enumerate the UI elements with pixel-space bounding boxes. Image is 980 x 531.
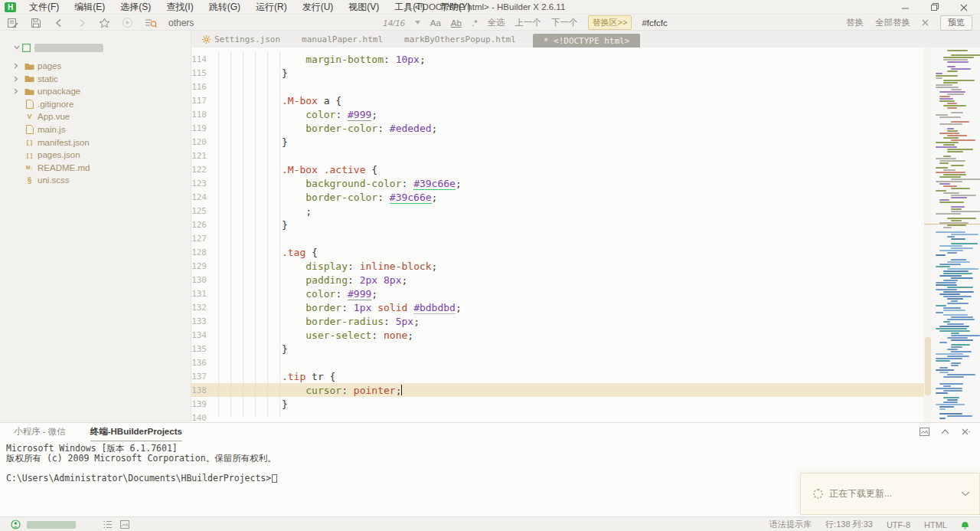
account-icon[interactable] bbox=[11, 520, 21, 529]
tab-settings-json[interactable]: Settings.json bbox=[191, 31, 291, 48]
close-panel-icon[interactable] bbox=[961, 427, 971, 437]
chevron-down-icon[interactable] bbox=[961, 491, 970, 497]
sidebar-item-readme-md[interactable]: M↓README.md bbox=[0, 162, 191, 174]
match-case-toggle[interactable]: Aa bbox=[430, 18, 441, 28]
code-line-126[interactable]: 126 } bbox=[191, 218, 924, 231]
code-line-123[interactable]: 123 background-color: #39c66e; bbox=[191, 176, 924, 190]
sidebar-item-app-vue[interactable]: VApp.vue bbox=[0, 110, 191, 123]
minimize-button[interactable] bbox=[900, 2, 911, 13]
tab-manualpaper-html[interactable]: manualPaper.html bbox=[291, 31, 394, 48]
code-line-140[interactable]: 140 bbox=[191, 411, 924, 422]
code-line-118[interactable]: 118 color: #999; bbox=[191, 107, 924, 121]
menu-item[interactable]: 选择(S) bbox=[113, 0, 158, 15]
screenshot-icon[interactable] bbox=[920, 427, 929, 437]
menu-item[interactable]: 帮助(Y) bbox=[433, 0, 479, 15]
restore-button[interactable] bbox=[929, 2, 940, 13]
code-line-128[interactable]: 128 .tag { bbox=[191, 245, 924, 259]
code-line-135[interactable]: 135 } bbox=[191, 342, 924, 356]
find-history-chevron-icon[interactable] bbox=[415, 21, 420, 25]
code-line-122[interactable]: 122 .M-box .active { bbox=[191, 162, 924, 176]
find-in-files-icon[interactable] bbox=[144, 16, 157, 29]
menu-item[interactable]: 编辑(E) bbox=[67, 0, 113, 15]
code-line-119[interactable]: 119 border-color: #ededed; bbox=[191, 121, 924, 135]
terminal-prompt[interactable]: C:\Users\Administrator\Documents\HBuilde… bbox=[6, 474, 277, 483]
panel-tab-terminal[interactable]: 终端-HBuilderProjects bbox=[90, 426, 182, 441]
chevron-right-icon[interactable] bbox=[14, 76, 21, 82]
code-line-117[interactable]: 117 .M-box a { bbox=[191, 93, 924, 107]
replace-zone-button[interactable]: 替换区>> bbox=[588, 15, 632, 30]
project-root-item[interactable] bbox=[0, 41, 191, 54]
encoding-status[interactable]: UTF-8 bbox=[887, 520, 910, 529]
preview-button[interactable]: 预览 bbox=[940, 15, 972, 31]
code-line-130[interactable]: 130 padding: 2px 8px; bbox=[191, 273, 924, 287]
bookmark-star-icon[interactable] bbox=[98, 16, 111, 29]
close-button[interactable] bbox=[959, 2, 969, 13]
panel-tab-miniprogram[interactable]: 小程序 - 微信 bbox=[14, 426, 66, 441]
image-preview-icon[interactable] bbox=[120, 520, 129, 529]
sidebar-item-static[interactable]: static bbox=[0, 73, 191, 85]
collapse-panel-icon[interactable] bbox=[940, 427, 950, 437]
code-line-137[interactable]: 137 .tip tr { bbox=[191, 369, 924, 383]
code-line-134[interactable]: 134 user-select: none; bbox=[191, 328, 924, 342]
forward-icon[interactable] bbox=[75, 16, 88, 29]
code-line-139[interactable]: 139 } bbox=[191, 397, 924, 411]
code-line-136[interactable]: 136 bbox=[191, 356, 924, 369]
minimap[interactable] bbox=[932, 48, 980, 422]
menu-item[interactable]: 视图(V) bbox=[341, 0, 387, 15]
code-line-125[interactable]: 125 ; bbox=[191, 204, 924, 218]
menu-item[interactable]: 查找(I) bbox=[158, 0, 201, 15]
code-line-124[interactable]: 124 border-color: #39c66e; bbox=[191, 190, 924, 204]
find-next-button[interactable]: 下一个 bbox=[551, 17, 578, 28]
code-line-120[interactable]: 120 } bbox=[191, 135, 924, 149]
code-line-116[interactable]: 116 bbox=[191, 80, 924, 93]
close-find-icon[interactable] bbox=[922, 19, 929, 26]
code-line-115[interactable]: 115 } bbox=[191, 66, 924, 80]
regex-toggle[interactable]: .* bbox=[472, 18, 478, 28]
find-prev-button[interactable]: 上一个 bbox=[515, 17, 542, 28]
code-line-127[interactable]: 127 bbox=[191, 231, 924, 245]
code-editor[interactable]: 114 margin-bottom: 10px;115 }116117 .M-b… bbox=[191, 48, 924, 422]
menu-item[interactable]: 工具(T) bbox=[387, 0, 432, 15]
select-all-button[interactable]: 全选 bbox=[488, 17, 505, 28]
outline-icon[interactable] bbox=[103, 520, 113, 529]
scrollbar-thumb[interactable] bbox=[925, 337, 931, 395]
menu-item[interactable]: 跳转(G) bbox=[201, 0, 248, 15]
menu-item[interactable]: 发行(U) bbox=[295, 0, 341, 15]
code-line-132[interactable]: 132 border: 1px solid #bdbdbd; bbox=[191, 300, 924, 314]
menu-item[interactable]: 文件(F) bbox=[21, 0, 67, 15]
sidebar-item-manifest-json[interactable]: [ ]manifest.json bbox=[0, 136, 191, 149]
terminal-output[interactable]: Microsoft Windows [版本 6.1.7601]版权所有 (c) … bbox=[6, 444, 277, 483]
filetype-status[interactable]: HTML bbox=[924, 520, 947, 529]
search-query-input[interactable]: #fcfcfc bbox=[642, 18, 667, 28]
search-scope-label[interactable]: others bbox=[168, 18, 194, 28]
cursor-position-status[interactable]: 行:138 列:33 bbox=[825, 519, 873, 530]
new-file-icon[interactable] bbox=[6, 16, 19, 29]
chevron-down-icon[interactable] bbox=[14, 45, 21, 50]
code-line-131[interactable]: 131 color: #999; bbox=[191, 287, 924, 300]
code-line-121[interactable]: 121 bbox=[191, 149, 924, 162]
sidebar-item-pages[interactable]: pages bbox=[0, 60, 191, 72]
code-line-133[interactable]: 133 border-radius: 5px; bbox=[191, 314, 924, 328]
menu-item[interactable]: 运行(R) bbox=[248, 0, 295, 15]
sidebar-item-main-js[interactable]: main.js bbox=[0, 123, 191, 136]
save-icon[interactable] bbox=[29, 16, 42, 29]
code-line-138[interactable]: 138 cursor: pointer; bbox=[191, 383, 924, 397]
sidebar-item--gitignore[interactable]: .gitignore bbox=[0, 98, 191, 110]
tab-markbyotherspopup-html[interactable]: markByOthersPopup.html bbox=[394, 31, 527, 48]
code-line-129[interactable]: 129 display: inline-block; bbox=[191, 259, 924, 273]
editor-scrollbar[interactable] bbox=[924, 48, 932, 422]
tab--doctype-html-[interactable]: * <!DOCTYPE html> bbox=[533, 34, 641, 48]
run-icon[interactable] bbox=[121, 16, 134, 29]
replace-button[interactable]: 替换 bbox=[846, 17, 864, 28]
whole-word-toggle[interactable]: Ab bbox=[451, 18, 462, 28]
sidebar-item-pages-json[interactable]: [ ]pages.json bbox=[0, 149, 191, 161]
sidebar-item-uni-scss[interactable]: §uni.scss bbox=[0, 174, 191, 186]
update-notification[interactable]: 正在下载更新... bbox=[800, 473, 980, 515]
back-icon[interactable] bbox=[52, 16, 65, 29]
chevron-right-icon[interactable] bbox=[14, 63, 21, 69]
syntax-library-status[interactable]: 语法提示库 bbox=[769, 519, 812, 530]
replace-all-button[interactable]: 全部替换 bbox=[875, 17, 910, 28]
sidebar-item-unpackage[interactable]: unpackage bbox=[0, 85, 191, 97]
code-line-114[interactable]: 114 margin-bottom: 10px; bbox=[191, 52, 924, 66]
bell-icon[interactable] bbox=[961, 520, 969, 529]
